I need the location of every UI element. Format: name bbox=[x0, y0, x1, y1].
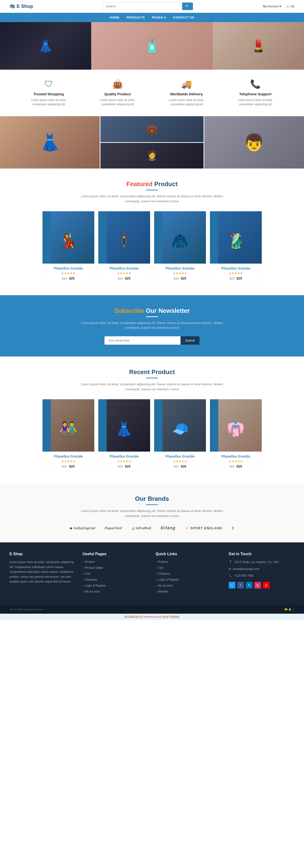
promo-bar: 购买模板请访问 themeforest.net [促销下载模板] bbox=[0, 614, 304, 620]
recent-name-3: Phasellus Gravida bbox=[157, 455, 203, 458]
footer-bottom: Secured By: [payment icons] 💳 🔒 ✔ bbox=[0, 605, 304, 614]
footer-link-login[interactable]: Login & Register bbox=[83, 584, 149, 588]
footer-ql-cart[interactable]: Cart bbox=[156, 566, 222, 570]
recent-price-2: $22 $25 bbox=[101, 464, 147, 468]
recent-heading: Recent Product bbox=[9, 368, 295, 376]
footer-link-product-detail[interactable]: Product Detail bbox=[83, 566, 149, 570]
footer-contact-title: Get in Touch bbox=[229, 552, 295, 556]
feature-trusted: 🛡 Trusted Shopping Lorem ipsum dolor sit… bbox=[25, 79, 72, 106]
list-item: Product bbox=[83, 560, 149, 564]
nav-home[interactable]: HOME bbox=[110, 16, 120, 19]
category-man[interactable]: 🤵 bbox=[100, 143, 203, 169]
recent-product-grid: 👫 Phasellus Gravida ★★★★★ $22 $25 👗 Phas… bbox=[9, 399, 295, 471]
hero-right: 💄 bbox=[213, 22, 304, 70]
cart-link[interactable]: 🛒 (0) bbox=[286, 4, 295, 8]
footer-ql-product[interactable]: Product bbox=[156, 560, 222, 564]
footer-link-cart[interactable]: Cart bbox=[83, 571, 149, 576]
footer-link-my-account[interactable]: My Account bbox=[83, 589, 149, 594]
recent-desc: Lorem ipsum dolor sit amet, consectetur … bbox=[81, 382, 223, 392]
footer-contact-col: Get in Touch 📍 123 E Shop, Los Angeles, … bbox=[229, 552, 295, 595]
product-name-3: Phasellus Gravida bbox=[157, 267, 203, 270]
recent-info-2: Phasellus Gravida ★★★★★ $22 $25 bbox=[98, 452, 150, 471]
instagram-icon[interactable]: ig bbox=[255, 582, 261, 588]
recent-img-1: 👫 bbox=[42, 399, 94, 452]
newsletter-section: Subscribe Our Newsletter Lorem ipsum dol… bbox=[0, 295, 304, 357]
list-item: Product bbox=[156, 560, 222, 564]
recent-img-2: 👗 bbox=[98, 399, 150, 452]
my-account-link[interactable]: My Account ▾ bbox=[263, 4, 281, 8]
brand-sport-england[interactable]: ⚡ SPORT ENGLAND bbox=[185, 526, 222, 530]
recent-stars-1: ★★★★★ bbox=[45, 459, 92, 463]
nav-pages[interactable]: PAGES ▾ bbox=[152, 16, 166, 19]
category-business[interactable]: 💼 bbox=[100, 116, 203, 142]
twitter-icon[interactable]: t bbox=[229, 582, 235, 588]
recent-stars-2: ★★★★★ bbox=[101, 459, 147, 463]
list-item: Cart bbox=[83, 571, 149, 576]
search-button[interactable]: 🔍 bbox=[182, 3, 193, 10]
phone-icon-footer: 📞 bbox=[229, 573, 232, 578]
search-input[interactable] bbox=[103, 3, 182, 10]
brands-title: Our Brands bbox=[9, 495, 295, 505]
footer-ql-login[interactable]: Login & Register bbox=[156, 578, 222, 582]
facebook-icon[interactable]: f bbox=[237, 582, 244, 588]
brand-erlang[interactable]: Erlang bbox=[161, 526, 175, 530]
newsletter-submit-button[interactable]: Submit bbox=[180, 336, 200, 345]
recent-title: Recent Product bbox=[9, 368, 295, 378]
footer-link-checkout[interactable]: Checkout bbox=[83, 578, 149, 582]
email-icon: ✉ bbox=[229, 567, 231, 571]
recent-info-3: Phasellus Gravida ★★★★★ $22 $25 bbox=[154, 452, 206, 471]
recent-card-3: 🧢 Phasellus Gravida ★★★★★ $22 $25 bbox=[154, 399, 206, 471]
youtube-icon[interactable]: yt bbox=[263, 582, 270, 588]
linkedin-icon[interactable]: in bbox=[246, 582, 252, 588]
feature-quality-desc: Lorem ipsum dolor sit amet, consectetur … bbox=[94, 98, 141, 106]
header: 🛍 E Shop 🔍 My Account ▾ 🛒 (0) bbox=[0, 0, 304, 13]
brand-infrared[interactable]: △ InfraRed bbox=[132, 526, 151, 530]
product-name-4: Phasellus Gravida bbox=[213, 267, 259, 270]
recent-info-1: Phasellus Gravida ★★★★★ $22 $25 bbox=[42, 452, 94, 471]
product-card-3: 🧥 Phasellus Gravida ★★★★★ $22 $25 bbox=[154, 211, 206, 283]
location-icon: 📍 bbox=[229, 560, 232, 564]
features-section: 🛡 Trusted Shopping Lorem ipsum dolor sit… bbox=[0, 70, 304, 116]
recent-figure-1: 👫 bbox=[59, 413, 77, 437]
footer-ql-wishlist[interactable]: Wishlist bbox=[156, 589, 222, 594]
brand-c[interactable]: C bbox=[232, 526, 234, 530]
logo-icon: 🛍 bbox=[9, 3, 15, 9]
nav-products[interactable]: PRODUCTS bbox=[127, 16, 145, 19]
logo-text: E Shop bbox=[16, 4, 33, 9]
recent-card-2: 👗 Phasellus Gravida ★★★★★ $22 $25 bbox=[98, 399, 150, 471]
product-info-1: Phasellus Gravida ★★★★★ $22 $25 bbox=[42, 264, 94, 283]
footer-useful-pages-title: Useful Pages bbox=[83, 552, 149, 556]
newsletter-underline bbox=[146, 316, 158, 317]
promo-text: 购买模板请访问 themeforest.net [促销下载模板] bbox=[125, 615, 179, 618]
newsletter-desc: Lorem ipsum dolor sit amet, consectetur … bbox=[81, 321, 223, 331]
logo[interactable]: 🛍 E Shop bbox=[9, 3, 33, 9]
payment-icons: 💳 🔒 ✔ bbox=[284, 608, 295, 611]
category-kids[interactable]: 👦 bbox=[204, 116, 304, 168]
footer-brand-col: E Shop Lorem ipsum dolor sit amet, conse… bbox=[9, 552, 75, 595]
category-women[interactable]: 👗 bbox=[0, 116, 100, 168]
list-item: Product Detail bbox=[83, 566, 149, 570]
featured-heading: Featured Product bbox=[9, 180, 295, 188]
product-img-4: 🥻 bbox=[210, 211, 262, 264]
brand-paperlinx[interactable]: PaperlinX bbox=[105, 526, 122, 530]
search-bar: 🔍 bbox=[103, 2, 193, 10]
social-icons: t f in ig yt bbox=[229, 582, 295, 588]
list-item: My Account bbox=[156, 584, 222, 588]
footer-ql-checkout[interactable]: Checkout bbox=[156, 571, 222, 576]
recent-name-4: Phasellus Gravida bbox=[213, 455, 259, 458]
list-item: Cart bbox=[156, 566, 222, 570]
email-input[interactable] bbox=[104, 336, 180, 345]
recent-img-3: 🧢 bbox=[154, 399, 206, 452]
nav-contact[interactable]: CONTACT US bbox=[173, 16, 194, 19]
featured-product-grid: 💃 Phasellus Gravida ★★★★★ $22 $25 🕴 Phas… bbox=[9, 211, 295, 283]
footer-brand-name: E Shop bbox=[9, 552, 75, 556]
recent-price-1: $22 $25 bbox=[45, 464, 92, 468]
brand-india-capital[interactable]: ◆ IndiaCapital bbox=[70, 526, 95, 530]
recent-figure-3: 🧢 bbox=[171, 413, 189, 437]
feature-quality-title: Quality Product bbox=[94, 92, 141, 96]
product-name-2: Phasellus Gravida bbox=[101, 267, 147, 270]
brands-row: ◆ IndiaCapital PaperlinX △ InfraRed Erla… bbox=[9, 526, 295, 530]
list-item: Wishlist bbox=[156, 589, 222, 594]
footer-link-product[interactable]: Product bbox=[83, 560, 149, 564]
footer-ql-my-account[interactable]: My Account bbox=[156, 584, 222, 588]
